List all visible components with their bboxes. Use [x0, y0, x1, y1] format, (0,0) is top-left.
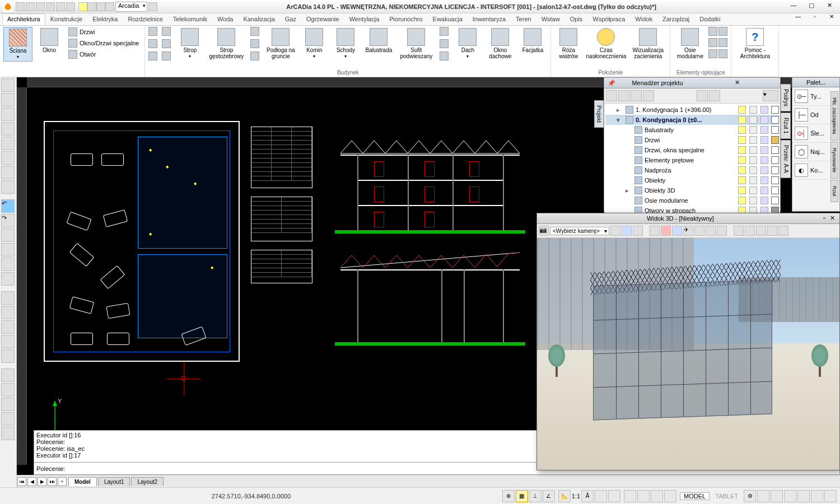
palette-panel[interactable]: Palet... ⊙─Ty... ├─Od ⊙┤Śle... ◯Naj... ◐… [792, 77, 840, 212]
tool-d5[interactable] [1, 349, 15, 363]
status-c3[interactable] [651, 490, 663, 502]
pm-visibility-icon[interactable] [738, 106, 746, 114]
el-s3-icon[interactable] [708, 38, 717, 47]
visual-style-combo[interactable]: Arcadia [115, 2, 147, 12]
okno-button[interactable]: Okno [35, 27, 64, 54]
status-grid[interactable]: ▦ [516, 490, 528, 502]
wiz-button[interactable]: Wizualizacja zacienienia [629, 27, 666, 60]
minimize-button[interactable]: — [785, 2, 802, 12]
pm-lock-icon[interactable] [749, 176, 757, 184]
pomoc-button[interactable]: ?Pomoc - Architektura [735, 27, 775, 60]
slab-small2-icon[interactable] [148, 39, 157, 48]
slab-small5-icon[interactable] [162, 39, 171, 48]
slab-small4-icon[interactable] [162, 27, 171, 36]
tool-8[interactable] [1, 180, 15, 194]
qat-save-icon[interactable] [36, 2, 45, 11]
tab-ewakuacja[interactable]: Ewakuacja [428, 13, 468, 25]
tab-layout1[interactable]: Layout1 [98, 477, 130, 486]
pm-tree-item[interactable]: Elementy prętowe [605, 155, 779, 165]
pm-tree-item[interactable]: Drzwi, okna specjalne [605, 145, 779, 155]
v3d-t1[interactable] [610, 226, 620, 236]
view3d-restore-button[interactable]: ▫ [820, 214, 828, 222]
side-tab-rzut[interactable]: Rzut 1 [781, 113, 791, 139]
pm-visibility-icon[interactable] [738, 146, 746, 154]
osie-button[interactable]: Osie modularne [674, 27, 706, 60]
tab-elektryka[interactable]: Elektryka [87, 13, 123, 25]
otwor-button[interactable]: Otwór [66, 49, 141, 59]
qat-redo-icon[interactable] [66, 2, 75, 11]
tool-d1[interactable] [1, 291, 15, 305]
pal-item-3[interactable]: ⊙┤Śle... [792, 124, 830, 143]
tab-kanalizacja[interactable]: Kanalizacja [239, 13, 280, 25]
floor-s3-icon[interactable] [250, 52, 259, 60]
pm-tree-item[interactable]: ▾0. Kondygnacja 0 (±0... [605, 115, 779, 125]
tool-redo[interactable]: ↷ [1, 214, 15, 227]
pm-color-swatch[interactable] [771, 166, 779, 174]
qat-bulb-icon[interactable] [78, 2, 87, 11]
tab-wentylacja[interactable]: Wentylacja [344, 13, 385, 25]
pm-print-icon[interactable] [760, 166, 768, 174]
first-tab-button[interactable]: ⏮ [17, 477, 26, 486]
view3d-window[interactable]: Widok 3D - [Nieaktywny] ▫ ✕ 📷 <Wybierz k… [536, 213, 840, 470]
tab-telekomunik[interactable]: Telekomunik [168, 13, 212, 25]
tool-e1[interactable] [1, 368, 15, 382]
pm-tree[interactable]: ▸1. Kondygnacja 1 (+396.00)▾0. Kondygnac… [604, 104, 780, 213]
doc-close-button[interactable]: ✕ [823, 13, 840, 24]
qat-extra-icon[interactable] [148, 2, 157, 11]
status-c1[interactable] [624, 490, 636, 502]
pm-tree-item[interactable]: Nadproża [605, 165, 779, 175]
el-s6-icon[interactable] [718, 49, 727, 58]
el-s5-icon[interactable] [708, 49, 717, 58]
view3d-viewport[interactable] [537, 238, 839, 470]
v3d-t2[interactable] [622, 226, 632, 236]
prev-tab-button[interactable]: ◀ [27, 477, 36, 486]
tab-teren[interactable]: Teren [511, 13, 536, 25]
pm-visibility-icon[interactable] [738, 176, 746, 184]
tool-4[interactable] [1, 122, 15, 136]
tool-zoom[interactable] [1, 228, 15, 242]
pm-lock-icon[interactable] [749, 126, 757, 134]
pm-tool-4[interactable] [643, 90, 654, 101]
pal-item-4[interactable]: ◯Naj... [792, 143, 830, 161]
status-model[interactable]: MODEL [680, 492, 710, 500]
pm-tool-6[interactable] [709, 90, 720, 101]
pm-lock-icon[interactable] [749, 186, 757, 194]
el-s4-icon[interactable] [718, 38, 727, 47]
side-tab-podrys[interactable]: Podrys [781, 84, 791, 111]
pm-close-button[interactable]: ✕ [697, 79, 777, 87]
status-gear-icon[interactable]: ⚙ [744, 490, 756, 502]
pm-color-swatch[interactable] [771, 136, 779, 144]
tab-wstaw[interactable]: Wstaw [536, 13, 565, 25]
tool-undo[interactable]: ↶ [1, 199, 15, 213]
pm-lock-icon[interactable] [749, 106, 757, 114]
pm-lock-icon[interactable] [749, 136, 757, 144]
tab-opis[interactable]: Opis [565, 13, 588, 25]
strop-button[interactable]: Strop▾ [175, 27, 204, 60]
floor-s1-icon[interactable] [250, 27, 259, 36]
pal-tab-2[interactable]: Rysowanie [830, 142, 838, 179]
status-d4[interactable] [797, 490, 810, 502]
v3d-t8[interactable] [694, 226, 704, 236]
pm-tool-1[interactable] [606, 90, 617, 101]
next-tab-button[interactable]: ▶ [38, 477, 46, 486]
pm-print-icon[interactable] [760, 106, 768, 114]
status-scale-icon[interactable]: 📐 [558, 490, 571, 502]
pm-color-swatch[interactable] [771, 197, 779, 204]
v3d-camera-combo[interactable]: <Wybierz kamerę> [550, 227, 609, 235]
komin-button[interactable]: Komin▾ [300, 27, 329, 60]
tool-5[interactable] [1, 137, 15, 150]
pm-expand-icon[interactable]: ▸ [617, 106, 623, 114]
oknodach-button[interactable]: Okno dachowe [484, 27, 516, 60]
pm-tool-5[interactable] [697, 90, 708, 101]
status-d1[interactable] [757, 490, 769, 502]
v3d-t10[interactable] [717, 226, 727, 236]
v3d-t12[interactable] [745, 226, 755, 236]
tab-widok[interactable]: Widok [630, 13, 657, 25]
add-tab-button[interactable]: + [58, 477, 67, 486]
pm-pin-icon[interactable]: 📌 [608, 80, 615, 87]
stropg-button[interactable]: Strop gęstożebrowy [207, 27, 246, 60]
pm-tree-item[interactable]: Balustrady [605, 125, 779, 135]
pm-expand-icon[interactable]: ▾ [617, 116, 623, 124]
pm-tool-3[interactable] [631, 90, 642, 101]
v3d-t6[interactable] [672, 226, 682, 236]
